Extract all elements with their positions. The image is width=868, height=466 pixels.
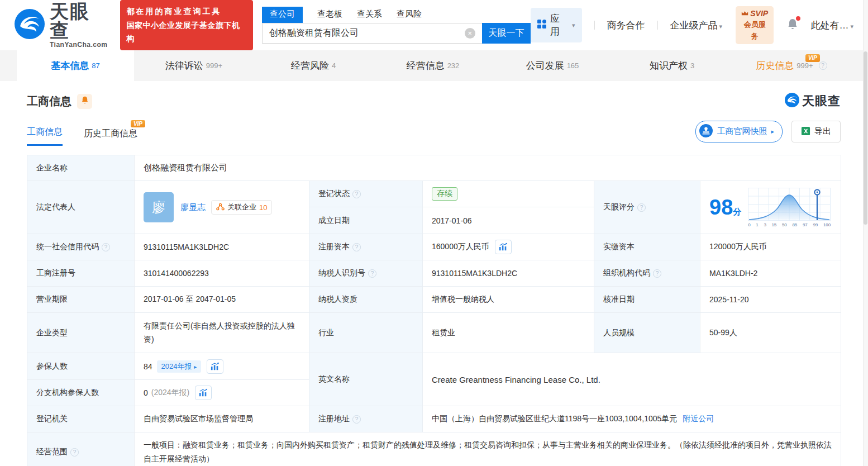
tab-company-development[interactable]: 公司发展165 [493,50,612,81]
business-info-table: 企业名称 创格融资租赁有限公司 法定代表人 廖 廖显志 关联企业 10 登记状态… [27,155,841,466]
paid-capital-label: 实缴资本 [594,234,700,260]
subtab-business-registration[interactable]: 工商信息 [27,126,63,146]
business-term-label: 营业期限 [27,287,135,313]
promo-banner: 都在用的商业查询工具 国家中小企业发展子基金旗下机构 [120,0,253,50]
reg-status-value: 存续 [423,181,594,207]
help-icon[interactable]: ? [102,243,110,251]
chevron-down-icon: ▾ [719,23,722,30]
branch-insured-label: 分支机构参保人数 [27,380,135,406]
company-name-label: 企业名称 [27,155,135,181]
search-input[interactable] [262,23,482,44]
insured-chart-button[interactable] [207,359,223,374]
help-icon[interactable]: ? [352,190,361,198]
business-scope-value: 一般项目：融资租赁业务；租赁业务；向国内外购买租赁资产；租赁财产的残值处理及维修… [135,432,841,466]
monitor-bell-button[interactable] [77,94,92,109]
site-logo[interactable]: 天眼查 TianYanCha.com [15,2,109,49]
stamp-icon [699,124,713,139]
taxpayer-id-value: 91310115MA1K3LDH2C [423,260,594,287]
help-icon[interactable]: ? [819,61,827,70]
network-icon [216,203,225,212]
nearby-companies-link[interactable]: 附近公司 [683,414,714,424]
search-button[interactable]: 天眼一下 [482,23,531,44]
capital-chart-button[interactable] [495,240,512,254]
top-header: 天眼查 TianYanCha.com 都在用的商业查询工具 国家中小企业发展子基… [0,0,868,50]
notifications-button[interactable] [787,18,798,32]
apps-grid-icon [537,20,546,31]
insured-value: 84 2024年报 ▸ [135,353,309,380]
reg-number-label: 工商注册号 [27,260,135,287]
bell-icon [81,96,89,107]
search-tabs: 查公司 查老板 查关系 查风险 [262,7,531,23]
reg-capital-label: 注册资本? [309,234,423,260]
promo-line2: 国家中小企业发展子基金旗下机构 [127,18,246,46]
taxpayer-quality-value: 增值税一般纳税人 [423,287,594,313]
paid-capital-value: 120000万人民币 [700,234,841,260]
help-icon[interactable]: ? [70,448,79,457]
insured-label: 参保人数 [27,353,135,380]
industry-value: 租赁业 [423,313,594,353]
apps-menu[interactable]: 应用 ▾ [531,8,582,42]
scrollbar[interactable] [863,0,868,466]
english-name-label: 英文名称 [309,353,423,406]
chevron-down-icon: ▾ [850,23,853,30]
staff-size-label: 人员规模 [594,313,700,353]
subtab-history-registration[interactable]: VIP 历史工商信息 [84,128,137,146]
divider [657,21,658,30]
main-content: 工商信息 天眼查 工商信息 VIP 历史工商信息 工商官网快照 ▸ [0,81,868,466]
tab-intellectual-property[interactable]: 知识产权3 [612,50,732,81]
company-type-label: 企业类型 [27,313,135,353]
clear-search-icon[interactable]: × [465,28,475,39]
vip-badge: VIP [131,120,145,127]
svip-member-button[interactable]: SVIP 会员服务 [736,6,774,44]
tab-business-info[interactable]: 经营信息232 [373,50,493,81]
help-icon[interactable]: ? [653,269,661,278]
branch-insured-chart-button[interactable] [195,386,212,400]
credit-code-label: 统一社会信用代码? [27,234,135,260]
search-tab-relation[interactable]: 查关系 [357,7,382,23]
reg-authority-value: 自由贸易试验区市场监督管理局 [135,406,309,432]
reg-address-label: 注册地址? [309,406,423,432]
industry-label: 行业 [309,313,423,353]
help-icon[interactable]: ? [352,415,361,424]
legal-rep-avatar[interactable]: 廖 [144,192,174,222]
taxpayer-quality-label: 纳税人资质 [309,287,423,313]
tab-legal-proceedings[interactable]: 法律诉讼999+ [134,50,254,81]
reg-status-label: 登记状态? [309,181,423,207]
score-cell[interactable]: 98分 0131550859799100 [700,181,841,234]
score-label: 天眼评分? [594,181,700,234]
header-right: 应用 ▾ 商务合作 企业级产品▾ SVIP 会员服务 此处有…▾ [531,6,853,44]
scrollbar-thumb[interactable] [864,51,867,225]
establish-date-label: 成立日期 [309,207,423,234]
bell-icon [787,22,798,32]
company-name-value: 创格融资租赁有限公司 [135,155,841,181]
watermark-logo: 天眼查 [785,93,841,110]
legal-rep-label: 法定代表人 [27,181,135,234]
establish-date-value: 2017-01-06 [423,207,594,234]
search-tab-risk[interactable]: 查风险 [397,7,422,23]
search-area: 查公司 查老板 查关系 查风险 × 天眼一下 [262,7,531,44]
account-menu[interactable]: 此处有…▾ [810,19,853,32]
legal-rep-cell: 廖 廖显志 关联企业 10 [135,181,309,234]
help-icon[interactable]: ? [352,243,361,251]
related-companies-badge[interactable]: 关联企业 10 [211,200,272,215]
score-axis: 0131550859799100 [748,222,831,227]
search-tab-company[interactable]: 查公司 [262,7,303,23]
official-snapshot-button[interactable]: 工商官网快照 ▸ [695,121,783,142]
search-tab-boss[interactable]: 查老板 [317,7,342,23]
annual-report-badge[interactable]: 2024年报 ▸ [157,360,202,373]
legal-rep-name-link[interactable]: 廖显志 [180,202,206,213]
reg-authority-label: 登记机关 [27,406,135,432]
tab-basic-info[interactable]: 基本信息87 [17,50,134,81]
business-scope-label: 经营范围? [27,432,135,466]
divider [594,21,595,30]
help-icon[interactable]: ? [637,203,646,212]
tab-operating-risk[interactable]: 经营风险4 [254,50,373,81]
promo-line1: 都在用的商业查询工具 [127,4,246,18]
english-name-value: Create Greantness Financing Lease Co., L… [423,353,841,406]
help-icon[interactable]: ? [368,269,376,278]
enterprise-products-link[interactable]: 企业级产品▾ [670,19,722,32]
biz-coop-link[interactable]: 商务合作 [607,19,645,32]
export-button[interactable]: 导出 [791,121,841,142]
reg-number-value: 310141400062293 [135,260,309,287]
tab-history-info[interactable]: VIP 历史信息999+ ? [732,50,851,81]
